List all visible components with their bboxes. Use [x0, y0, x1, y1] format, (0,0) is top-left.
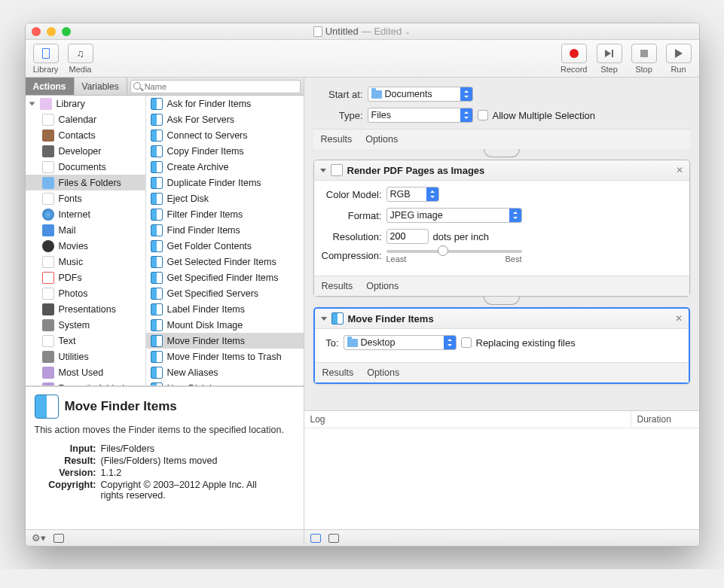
start-at-select[interactable]: Documents [368, 87, 473, 102]
view-mode-grid-button[interactable] [328, 534, 339, 543]
action-item[interactable]: Ask for Finder Items [146, 96, 304, 111]
category-item[interactable]: Files & Folders [26, 175, 145, 190]
category-item[interactable]: Documents [26, 159, 145, 175]
action-card-render-pdf: Render PDF Pages as Images ✕ Color Model… [313, 160, 690, 297]
compression-slider[interactable] [386, 250, 522, 253]
category-item[interactable]: Mail [26, 222, 145, 238]
start-at-label: Start at: [319, 89, 363, 100]
category-item[interactable]: Presentations [26, 301, 145, 317]
action-item[interactable]: Ask For Servers [146, 111, 304, 127]
tab-variables[interactable]: Variables [75, 78, 127, 95]
search-input[interactable] [130, 80, 301, 93]
category-item[interactable]: Calendar [26, 111, 145, 127]
stop-icon [640, 50, 648, 57]
format-select[interactable]: JPEG image [386, 208, 522, 223]
category-item[interactable]: Music [26, 254, 145, 270]
category-item[interactable]: Text [26, 333, 145, 349]
allow-multiple-checkbox[interactable] [478, 110, 488, 120]
window-title-text: Untitled [325, 26, 359, 37]
category-item[interactable]: Most Used [26, 364, 145, 380]
log-pane: Log Duration [304, 410, 699, 546]
options-link[interactable]: Options [366, 281, 399, 291]
category-item[interactable]: Fonts [26, 190, 145, 206]
step-button[interactable]: Step [597, 44, 622, 74]
gear-icon[interactable]: ⚙︎▾ [32, 532, 46, 544]
stop-button[interactable]: Stop [631, 44, 657, 74]
results-link[interactable]: Results [322, 281, 353, 291]
toggle-detail-button[interactable] [53, 534, 64, 543]
action-item[interactable]: New Disk Image [146, 380, 304, 385]
action-item[interactable]: Mount Disk Image [146, 317, 304, 333]
log-column-header[interactable]: Log [304, 411, 631, 428]
results-link[interactable]: Results [322, 367, 354, 378]
action-item[interactable]: Find Finder Items [146, 222, 304, 238]
action-item[interactable]: Get Folder Contents [146, 238, 304, 254]
folder-icon [371, 90, 382, 99]
category-item[interactable]: PDFs [26, 270, 145, 285]
card-title: Render PDF Pages as Images [347, 165, 485, 176]
action-item[interactable]: Connect to Servers [146, 127, 304, 143]
media-toolbar-button[interactable]: ♫ Media [68, 44, 93, 74]
color-model-select[interactable]: RGB [386, 187, 439, 202]
action-item[interactable]: Filter Finder Items [146, 206, 304, 222]
chevron-down-icon[interactable]: ⌄ [405, 28, 411, 35]
options-link[interactable]: Options [367, 367, 399, 378]
action-item[interactable]: Duplicate Finder Items [146, 175, 304, 190]
category-item[interactable]: Movies [26, 238, 145, 254]
action-item[interactable]: Eject Disk [146, 190, 304, 206]
action-item[interactable]: Get Specified Finder Items [146, 270, 304, 285]
action-item[interactable]: Get Specified Servers [146, 285, 304, 301]
titlebar: Untitled — Edited ⌄ [26, 23, 699, 40]
category-item[interactable]: Internet [26, 206, 145, 222]
options-link[interactable]: Options [365, 134, 398, 145]
connector [313, 149, 690, 160]
window-state: Edited [374, 26, 402, 37]
library-root[interactable]: Library [26, 96, 145, 111]
category-item[interactable]: System [26, 317, 145, 333]
record-button[interactable]: Record [561, 44, 587, 74]
action-list[interactable]: Ask for Finder ItemsAsk For ServersConne… [146, 96, 304, 385]
tab-actions[interactable]: Actions [26, 78, 75, 95]
action-item[interactable]: Copy Finder Items [146, 143, 304, 159]
remove-action-button[interactable]: ✕ [675, 313, 683, 324]
results-link[interactable]: Results [321, 134, 353, 145]
action-item[interactable]: Create Archive [146, 159, 304, 175]
category-item[interactable]: Developer [26, 143, 145, 159]
record-icon [570, 49, 579, 58]
detail-copyright: Copyright © 2003–2012 Apple Inc. All rig… [101, 480, 274, 501]
action-item[interactable]: Get Selected Finder Items [146, 254, 304, 270]
pdf-action-icon [331, 164, 343, 176]
category-item[interactable]: Contacts [26, 127, 145, 143]
duration-column-header[interactable]: Duration [631, 411, 699, 428]
to-folder-select[interactable]: Desktop [344, 335, 457, 350]
replace-checkbox[interactable] [461, 337, 472, 348]
detail-description: This action moves the Finder items to th… [35, 425, 295, 435]
view-mode-list-button[interactable] [310, 534, 321, 543]
disclosure-triangle-icon[interactable] [320, 169, 326, 172]
step-icon [605, 50, 613, 57]
resolution-input[interactable] [386, 229, 429, 244]
run-button[interactable]: Run [666, 44, 692, 74]
action-item[interactable]: Move Finder Items [146, 333, 304, 349]
category-item[interactable]: Utilities [26, 349, 145, 364]
detail-title: Move Finder Items [65, 399, 177, 414]
play-icon [675, 49, 683, 58]
action-item[interactable]: Label Finder Items [146, 301, 304, 317]
type-select[interactable]: Files [368, 108, 473, 123]
library-toolbar-button[interactable]: Library [33, 44, 59, 74]
disclosure-triangle-icon[interactable] [321, 317, 327, 321]
allow-multiple-label: Allow Multiple Selection [493, 110, 596, 121]
finder-icon [35, 395, 59, 419]
action-item[interactable]: Move Finder Items to Trash [146, 349, 304, 364]
action-card-move-finder: Move Finder Items ✕ To: Desktop Replacin… [313, 307, 690, 384]
type-label: Type: [319, 110, 363, 121]
window-title: Untitled — Edited ⌄ [26, 26, 699, 37]
category-list[interactable]: LibraryCalendarContactsDeveloperDocument… [26, 96, 146, 385]
action-item[interactable]: New Aliases [146, 364, 304, 380]
finder-action-icon [331, 312, 344, 324]
library-pane: Actions Variables LibraryCalendarContact… [26, 78, 304, 546]
remove-action-button[interactable]: ✕ [676, 165, 683, 175]
category-item[interactable]: Photos [26, 285, 145, 301]
detail-input: Files/Folders [101, 443, 155, 454]
category-item[interactable]: Recently Added [26, 380, 145, 385]
